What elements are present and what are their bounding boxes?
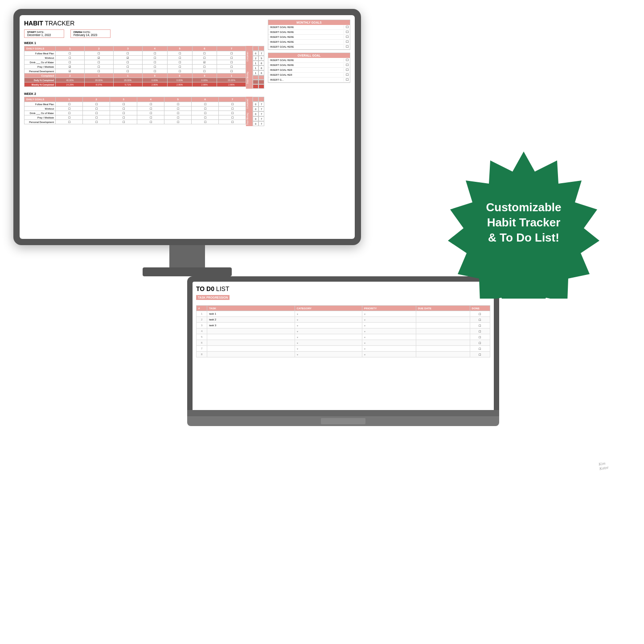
overall-goal-1: INSERT GOAL HERE xyxy=(268,58,344,62)
category-dropdown[interactable]: ▾ xyxy=(295,340,362,346)
daily-pct-row: Daily % Completed 40.00% 20.00% 20.00% 0… xyxy=(25,78,246,82)
weekly-pct-row: Weekly % Completed 14.29% 8.57% 5.71% 2.… xyxy=(25,82,246,87)
week2-table-wrapper: DAILY GOALS 1 2 3 4 5 6 7 xyxy=(24,97,264,126)
row-num: 2 xyxy=(197,317,207,323)
task-name xyxy=(207,328,295,334)
overall-goal-3: INSERT GOAL HER xyxy=(268,68,344,72)
week1-table-wrapper: DAILY GOALS 1 2 3 4 5 6 7 xyxy=(24,46,264,89)
day3-header: 3 xyxy=(113,46,142,51)
week2-daily-goals-header: DAILY GOALS xyxy=(25,97,56,102)
day7-header: 7 xyxy=(217,46,246,51)
table-row: Personal Development xyxy=(25,120,246,124)
category-dropdown[interactable]: ▾ xyxy=(295,334,362,340)
priority-dropdown[interactable]: ▾ xyxy=(362,311,416,317)
completed-row: Completed 2 1 1 0 0 0 1 xyxy=(25,74,246,78)
row-num: 4 xyxy=(197,328,207,334)
title-bold: HABIT xyxy=(24,20,43,27)
col-num: # xyxy=(197,306,207,311)
overall-goals-panel: OVERALL GOAL INSERT GOAL HERE ☐ INSERT G… xyxy=(268,53,350,83)
col-priority: PRIORITY xyxy=(362,306,416,311)
monitor: HABIT TRACKER START DATE: December 1, 20… xyxy=(13,9,361,285)
laptop-trackpad xyxy=(321,418,365,424)
category-dropdown[interactable]: ▾ xyxy=(295,311,362,317)
table-row: 2 task 2 ▾ ▾ ☐ xyxy=(197,317,490,323)
category-dropdown[interactable]: ▾ xyxy=(295,346,362,352)
done-checkbox[interactable]: ☐ xyxy=(470,340,490,346)
table-row: Workout xyxy=(25,56,246,60)
laptop-base-top xyxy=(187,410,499,416)
list-item: INSERT GOAL HERE ☐ xyxy=(268,35,350,40)
list-item: INSERT GOAL HERE ☐ xyxy=(268,58,350,63)
row-num: 6 xyxy=(197,340,207,346)
due-date xyxy=(416,334,470,340)
table-row: 3 task 3 ▾ ▾ ☐ xyxy=(197,323,490,328)
due-date xyxy=(416,340,470,346)
row-num: 8 xyxy=(197,352,207,357)
done-checkbox[interactable]: ☐ xyxy=(470,328,490,334)
week1-missing-nums: H 7 5 6 6 6 xyxy=(258,46,264,89)
priority-dropdown[interactable]: ▾ xyxy=(362,334,416,340)
table-row: Drink ___ Oz of Water xyxy=(25,111,246,115)
week1-side-labels: Completed Days Missing xyxy=(246,46,253,89)
priority-dropdown[interactable]: ▾ xyxy=(362,323,416,328)
monitor-neck xyxy=(169,245,205,267)
finish-date-value: February 14, 2023 xyxy=(74,33,107,37)
done-checkbox[interactable]: ☐ xyxy=(470,317,490,323)
list-item: INSERT GOAL HERE ☐ xyxy=(268,30,350,35)
table-row: Drink ___ Oz of Water xyxy=(25,60,246,65)
done-checkbox[interactable]: ☐ xyxy=(470,323,490,328)
starburst-line1: Customizable xyxy=(486,200,561,215)
start-date-value: December 1, 2022 xyxy=(27,33,61,37)
monitor-base xyxy=(143,267,232,276)
row-num: 1 xyxy=(197,311,207,317)
due-date xyxy=(416,323,470,328)
priority-dropdown[interactable]: ▾ xyxy=(362,328,416,334)
week2-missing-nums: H 7 7 7 7 7 xyxy=(258,97,264,126)
task-name: task 1 xyxy=(207,311,295,317)
overall-goal-4: INSERT GOAL HER xyxy=(268,73,344,77)
monthly-goal-5: INSERT GOAL HERE xyxy=(268,45,344,49)
monitor-screen: HABIT TRACKER START DATE: December 1, 20… xyxy=(20,15,355,239)
watermark-text: KimKatze xyxy=(599,461,609,471)
category-dropdown[interactable]: ▾ xyxy=(295,323,362,328)
table-row: 7 ▾ ▾ ☐ xyxy=(197,346,490,352)
day1-header: 1 xyxy=(56,46,85,51)
col-category: CATEGORY xyxy=(295,306,362,311)
starburst-line3: & To Do List! xyxy=(486,230,561,246)
start-date-box: START DATE: December 1, 2022 xyxy=(24,29,64,38)
col-task: TASK xyxy=(207,306,295,311)
task-name xyxy=(207,346,295,352)
list-item: INSERT GOAL HERE ☐ xyxy=(268,45,350,49)
todo-title-rest: LIST xyxy=(214,285,229,292)
dates-row: START DATE: December 1, 2022 FINISH DATE… xyxy=(24,29,264,38)
starburst-text: Customizable Habit Tracker & To Do List! xyxy=(477,191,570,254)
monthly-goal-1: INSERT GOAL HERE xyxy=(268,25,344,29)
monthly-goal-2: INSERT GOAL HERE xyxy=(268,30,344,34)
priority-dropdown[interactable]: ▾ xyxy=(362,340,416,346)
priority-dropdown[interactable]: ▾ xyxy=(362,352,416,357)
category-dropdown[interactable]: ▾ xyxy=(295,328,362,334)
priority-dropdown[interactable]: ▾ xyxy=(362,317,416,323)
due-date xyxy=(416,317,470,323)
list-item: INSERT GOAL HERE ☐ xyxy=(268,63,350,68)
list-item: INSERT GOAL HERE ☐ xyxy=(268,25,350,30)
week1-completed-nums: H 0 2 1 1 1 xyxy=(253,46,258,89)
days-missing-label: Days Missing xyxy=(246,67,253,89)
done-checkbox[interactable]: ☐ xyxy=(470,352,490,357)
category-dropdown[interactable]: ▾ xyxy=(295,352,362,357)
monthly-goal-3: INSERT GOAL HERE xyxy=(268,35,344,39)
done-checkbox[interactable]: ☐ xyxy=(470,346,490,352)
table-row: 8 ▾ ▾ ☐ xyxy=(197,352,490,357)
monthly-goal-4: INSERT GOAL HERE xyxy=(268,40,344,44)
day2-header: 2 xyxy=(84,46,113,51)
list-item: INSERT GOAL HERE ☐ xyxy=(268,40,350,45)
task-name xyxy=(207,340,295,346)
day6-header: 6 xyxy=(192,46,217,51)
done-checkbox[interactable]: ☐ xyxy=(470,334,490,340)
habit-tracker-title: HABIT TRACKER xyxy=(24,20,264,27)
priority-dropdown[interactable]: ▾ xyxy=(362,346,416,352)
table-row: Follow Meal Plan xyxy=(25,51,246,56)
table-row: 4 ▾ ▾ ☐ xyxy=(197,328,490,334)
starburst: Customizable Habit Tracker & To Do List! xyxy=(448,147,599,299)
category-dropdown[interactable]: ▾ xyxy=(295,317,362,323)
